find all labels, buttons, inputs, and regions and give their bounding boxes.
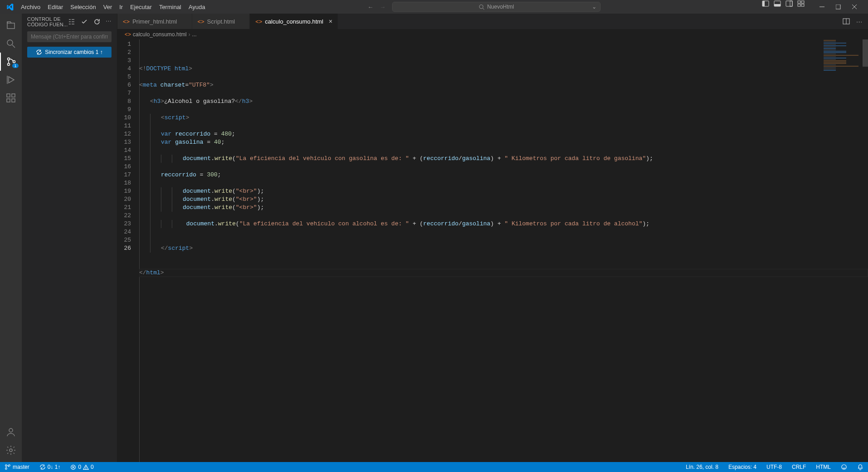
svg-point-19 bbox=[8, 63, 10, 66]
status-eol[interactable]: CRLF bbox=[790, 464, 808, 470]
code-content[interactable]: <!DOCTYPE html><meta charset="UTF8"><h3>… bbox=[139, 39, 868, 462]
status-feedback[interactable] bbox=[839, 464, 849, 470]
tab-script-html[interactable]: <>Script.html× bbox=[192, 14, 250, 29]
code-line[interactable]: <meta charset="UTF8"> bbox=[139, 81, 868, 89]
window-maximize-button[interactable] bbox=[830, 0, 846, 14]
nav-back-icon[interactable]: ← bbox=[368, 4, 373, 10]
vscode-logo-icon bbox=[6, 3, 14, 10]
menu-terminal[interactable]: Terminal bbox=[155, 2, 185, 12]
commit-check-icon[interactable] bbox=[81, 18, 88, 25]
svg-point-31 bbox=[5, 468, 7, 470]
activity-debug[interactable] bbox=[0, 71, 22, 89]
status-language[interactable]: HTML bbox=[814, 464, 833, 470]
svg-rect-22 bbox=[7, 94, 10, 97]
status-encoding[interactable]: UTF-8 bbox=[765, 464, 784, 470]
code-line[interactable]: document.write("<br>"); bbox=[139, 204, 868, 212]
code-line[interactable] bbox=[139, 212, 868, 220]
scm-commit-message-input[interactable] bbox=[27, 31, 112, 42]
code-line[interactable]: </script> bbox=[139, 244, 868, 253]
menu-selección[interactable]: Selección bbox=[67, 2, 99, 12]
line-number: 3 bbox=[117, 57, 131, 65]
vertical-scrollbar[interactable] bbox=[863, 39, 868, 462]
activity-settings[interactable] bbox=[0, 441, 22, 459]
code-line[interactable]: <script> bbox=[139, 114, 868, 122]
activity-explorer[interactable] bbox=[0, 16, 22, 34]
status-branch-label: master bbox=[13, 464, 29, 470]
status-sync[interactable]: 0↓ 1↑ bbox=[38, 464, 63, 470]
command-center[interactable]: NuevoHtml ⌄ bbox=[392, 2, 601, 12]
tab-close-icon[interactable]: × bbox=[329, 18, 332, 25]
nav-forward-icon[interactable]: → bbox=[380, 4, 386, 10]
code-line[interactable] bbox=[139, 146, 868, 155]
code-line[interactable] bbox=[139, 236, 868, 244]
line-number: 18 bbox=[117, 179, 131, 187]
bell-icon bbox=[857, 464, 863, 470]
svg-point-38 bbox=[842, 465, 847, 470]
scrollbar-thumb[interactable] bbox=[863, 39, 868, 67]
code-line[interactable] bbox=[139, 89, 868, 97]
svg-point-0 bbox=[479, 5, 483, 8]
code-line[interactable]: document.write("<br>"); bbox=[139, 195, 868, 204]
line-number: 20 bbox=[117, 195, 131, 204]
activity-scm[interactable]: 1 bbox=[0, 53, 22, 71]
line-number: 11 bbox=[117, 122, 131, 130]
activity-search[interactable] bbox=[0, 34, 22, 53]
more-actions-icon[interactable]: ··· bbox=[106, 18, 112, 25]
menu-ayuda[interactable]: Ayuda bbox=[185, 2, 209, 12]
code-line[interactable] bbox=[139, 261, 868, 269]
menu-ir[interactable]: Ir bbox=[116, 2, 126, 12]
toggle-primary-sidebar-icon[interactable] bbox=[762, 0, 769, 7]
code-line[interactable]: document.write("La eficiencia del vehícu… bbox=[139, 220, 868, 228]
toggle-panel-icon[interactable] bbox=[774, 0, 781, 7]
activity-extensions[interactable] bbox=[0, 89, 22, 107]
code-line[interactable]: <!DOCTYPE html> bbox=[139, 65, 868, 73]
code-line[interactable]: var gasolina = 40; bbox=[139, 138, 868, 146]
svg-point-37 bbox=[86, 468, 86, 469]
tab-bar: <>Primer_html.html×<>Script.html×<>calcu… bbox=[117, 14, 868, 29]
status-cursor-position[interactable]: Lín. 26, col. 8 bbox=[684, 464, 720, 470]
code-line[interactable] bbox=[139, 228, 868, 236]
code-line[interactable]: reccorrido = 300; bbox=[139, 171, 868, 179]
line-number: 25 bbox=[117, 236, 131, 244]
code-line[interactable] bbox=[139, 122, 868, 130]
tab-calculo_consumo-html[interactable]: <>calculo_consumo.html× bbox=[250, 14, 338, 29]
tab-primer_html-html[interactable]: <>Primer_html.html× bbox=[117, 14, 192, 29]
status-branch[interactable]: master bbox=[3, 464, 31, 470]
split-editor-icon[interactable] bbox=[843, 18, 850, 25]
status-indentation[interactable]: Espacios: 4 bbox=[727, 464, 758, 470]
breadcrumb-file: calculo_consumo.html bbox=[133, 31, 187, 38]
scm-sync-button[interactable]: Sincronizar cambios 1 ↑ bbox=[27, 47, 112, 58]
menu-archivo[interactable]: Archivo bbox=[17, 2, 44, 12]
code-line[interactable]: var reccorrido = 480; bbox=[139, 130, 868, 138]
refresh-icon[interactable] bbox=[93, 18, 101, 25]
tab-more-icon[interactable]: ··· bbox=[856, 18, 863, 25]
menu-editar[interactable]: Editar bbox=[44, 2, 67, 12]
code-line[interactable] bbox=[139, 73, 868, 81]
toggle-secondary-sidebar-icon[interactable] bbox=[786, 0, 793, 7]
code-line[interactable]: document.write("La eficiencia del vehícu… bbox=[139, 155, 868, 163]
view-as-tree-icon[interactable] bbox=[68, 18, 75, 25]
code-line[interactable] bbox=[139, 179, 868, 187]
status-problems[interactable]: 0 0 bbox=[68, 464, 95, 470]
code-editor[interactable]: 1234567891011121314151617181920212223242… bbox=[117, 39, 868, 462]
breadcrumbs[interactable]: <> calculo_consumo.html › ... bbox=[117, 29, 868, 39]
code-line[interactable]: <h3>¿Alcohol o gasolina?</h3> bbox=[139, 97, 868, 106]
code-line[interactable]: </html> bbox=[139, 269, 868, 277]
code-line[interactable] bbox=[139, 163, 868, 171]
window-close-button[interactable] bbox=[846, 0, 863, 14]
minimap[interactable] bbox=[822, 39, 863, 94]
customize-layout-icon[interactable] bbox=[797, 0, 805, 7]
window-minimize-button[interactable] bbox=[814, 0, 830, 14]
layout-controls bbox=[762, 0, 805, 14]
line-number: 10 bbox=[117, 114, 131, 122]
activity-accounts[interactable] bbox=[0, 423, 22, 441]
code-line[interactable] bbox=[139, 106, 868, 114]
menu-ver[interactable]: Ver bbox=[100, 2, 116, 12]
svg-rect-23 bbox=[7, 99, 10, 102]
code-line[interactable] bbox=[139, 253, 868, 261]
menu-ejecutar[interactable]: Ejecutar bbox=[126, 2, 155, 12]
code-line[interactable]: document.write("<br>"); bbox=[139, 187, 868, 195]
status-bar: master 0↓ 1↑ 0 0 Lín. 26, col. 8 Espacio… bbox=[0, 462, 868, 472]
line-number: 7 bbox=[117, 89, 131, 97]
status-notifications[interactable] bbox=[855, 464, 865, 470]
